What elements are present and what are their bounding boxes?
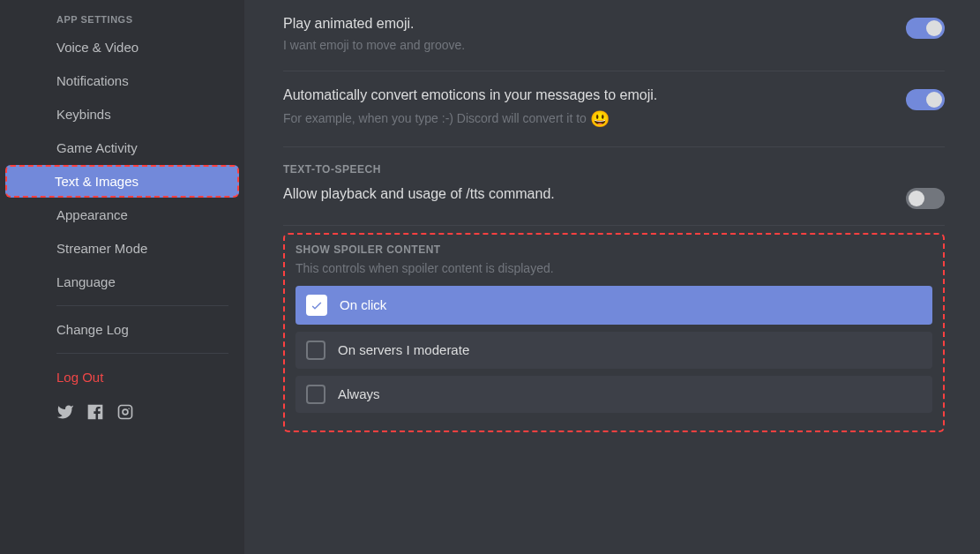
setting-title: Automatically convert emoticons in your … bbox=[283, 87, 888, 103]
setting-title: Play animated emoji. bbox=[283, 16, 888, 32]
sidebar-item-notifications[interactable]: Notifications bbox=[7, 64, 237, 97]
social-links bbox=[7, 394, 237, 433]
sidebar-item-voice-video[interactable]: Voice & Video bbox=[7, 31, 237, 64]
content-divider bbox=[283, 146, 945, 147]
spoiler-header: SHOW SPOILER CONTENT bbox=[295, 243, 932, 256]
sidebar-item-keybinds[interactable]: Keybinds bbox=[7, 98, 237, 131]
settings-content: Play animated emoji. I want emoji to mov… bbox=[244, 0, 980, 554]
toggle-animated-emoji[interactable] bbox=[906, 18, 945, 39]
checkbox-unchecked-icon bbox=[306, 341, 325, 360]
setting-title: Allow playback and usage of /tts command… bbox=[283, 186, 888, 202]
spoiler-option-moderate[interactable]: On servers I moderate bbox=[295, 332, 932, 369]
spoiler-desc: This controls when spoiler content is di… bbox=[295, 261, 932, 275]
sidebar-divider bbox=[56, 353, 228, 354]
sidebar-section-header: APP SETTINGS bbox=[7, 9, 237, 30]
spoiler-option-on-click[interactable]: On click bbox=[295, 286, 932, 325]
option-label: Always bbox=[338, 386, 380, 401]
sidebar-item-text-images[interactable]: Text & Images bbox=[5, 165, 239, 198]
content-divider bbox=[283, 225, 945, 226]
instagram-icon[interactable] bbox=[116, 403, 134, 424]
setting-convert-emoticons: Automatically convert emoticons in your … bbox=[283, 71, 945, 146]
spoiler-option-always[interactable]: Always bbox=[295, 376, 932, 413]
sidebar-divider bbox=[56, 305, 228, 306]
sidebar-item-log-out[interactable]: Log Out bbox=[7, 361, 237, 393]
checkbox-unchecked-icon bbox=[306, 385, 325, 404]
setting-desc: I want emoji to move and groove. bbox=[283, 37, 888, 55]
toggle-tts[interactable] bbox=[906, 188, 945, 209]
setting-tts: Allow playback and usage of /tts command… bbox=[283, 181, 945, 225]
sidebar-item-appearance[interactable]: Appearance bbox=[7, 198, 237, 231]
sidebar-item-change-log[interactable]: Change Log bbox=[7, 313, 237, 346]
section-tts-header: TEXT-TO-SPEECH bbox=[283, 163, 945, 176]
sidebar-item-game-activity[interactable]: Game Activity bbox=[7, 131, 237, 164]
checkbox-checked-icon bbox=[306, 295, 327, 316]
option-label: On click bbox=[340, 297, 386, 312]
sidebar-item-language[interactable]: Language bbox=[7, 266, 237, 298]
smile-emoji-icon: 😃 bbox=[590, 110, 610, 128]
spoiler-section: SHOW SPOILER CONTENT This controls when … bbox=[283, 233, 945, 432]
twitter-icon[interactable] bbox=[56, 403, 74, 424]
toggle-convert-emoticons[interactable] bbox=[906, 89, 945, 110]
option-label: On servers I moderate bbox=[338, 342, 469, 357]
facebook-icon[interactable] bbox=[86, 403, 104, 424]
setting-animated-emoji: Play animated emoji. I want emoji to mov… bbox=[283, 0, 945, 71]
settings-sidebar: APP SETTINGS Voice & Video Notifications… bbox=[0, 0, 244, 554]
sidebar-item-streamer-mode[interactable]: Streamer Mode bbox=[7, 232, 237, 265]
setting-desc: For example, when you type :-) Discord w… bbox=[283, 109, 888, 131]
